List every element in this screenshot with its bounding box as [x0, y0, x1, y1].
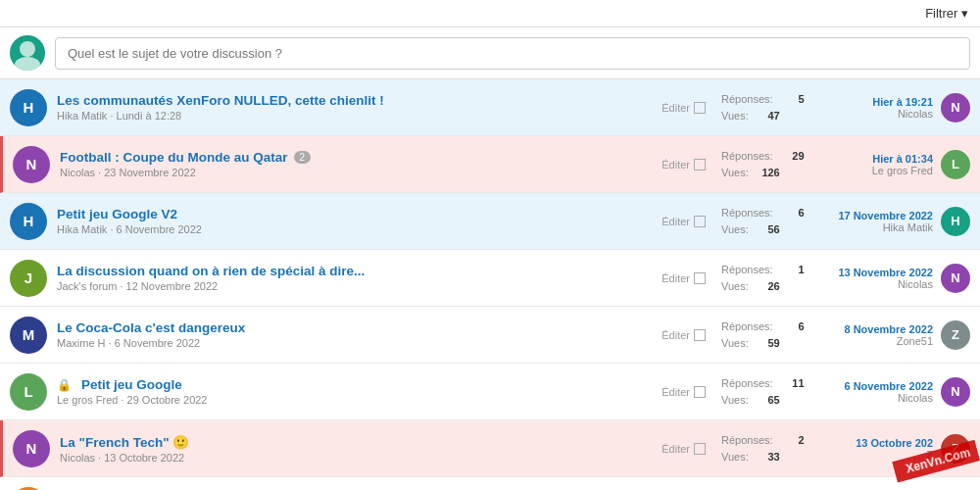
edit-checkbox[interactable] — [694, 329, 706, 341]
thread-edit[interactable]: Éditer — [662, 216, 706, 227]
edit-checkbox[interactable] — [694, 216, 706, 227]
filter-button[interactable]: Filtrer ▾ — [925, 6, 968, 21]
thread-row: HPetit jeu Google V2Hika Matik · 6 Novem… — [0, 193, 980, 250]
views-value: 56 — [753, 221, 780, 238]
thread-main: Football : Coupe du Monde au Qatar2Nicol… — [60, 150, 662, 178]
thread-edit[interactable]: Éditer — [662, 329, 706, 341]
replies-value: 29 — [777, 148, 805, 165]
replies-label: Réponses: — [721, 205, 773, 221]
new-discussion-input[interactable] — [55, 37, 970, 70]
replies-value: 2 — [777, 432, 805, 449]
replies-label: Réponses: — [721, 432, 773, 449]
last-date[interactable]: Hier à 01:34 — [825, 153, 933, 165]
last-user: Nicolas — [825, 392, 933, 404]
replies-value: 11 — [777, 375, 805, 392]
views-label: Vues: — [721, 221, 749, 238]
thread-title[interactable]: Football : Coupe du Monde au Qatar2 — [60, 150, 662, 165]
edit-label: Éditer — [662, 272, 690, 284]
thread-meta: Le gros Fred · 29 Octobre 2022 — [57, 394, 662, 406]
thread-title-text[interactable]: La discussion quand on à rien de spécial… — [57, 264, 365, 278]
thread-meta: Nicolas · 23 Novembre 2022 — [60, 167, 662, 178]
thread-title-text[interactable]: Petit jeu Google — [81, 377, 182, 392]
views-value: 33 — [753, 449, 780, 466]
last-date[interactable]: 13 Octobre 202 — [825, 437, 933, 449]
thread-last-group: 8 Novembre 2022 Zone51 Z — [825, 320, 970, 350]
last-date[interactable]: 8 Novembre 2022 — [825, 323, 933, 335]
thread-edit[interactable]: Éditer — [662, 443, 706, 455]
thread-stats: Réponses:5 Vues:47 — [721, 91, 809, 123]
thread-title-text[interactable]: La "French Tech" 🙂 — [60, 434, 189, 450]
edit-label: Éditer — [662, 159, 690, 171]
thread-row: L🔒Petit jeu GoogleLe gros Fred · 29 Octo… — [0, 364, 980, 420]
thread-last: Hier à 01:34 Le gros Fred — [825, 153, 933, 176]
thread-edit[interactable]: Éditer — [662, 102, 706, 114]
last-avatar: H — [941, 207, 970, 236]
views-label: Vues: — [721, 335, 749, 352]
thread-main: La "French Tech" 🙂Nicolas · 13 Octobre 2… — [60, 434, 662, 464]
thread-meta: Hika Matik · Lundi à 12:28 — [57, 110, 662, 122]
thread-edit[interactable]: Éditer — [662, 386, 706, 398]
edit-checkbox[interactable] — [694, 102, 706, 114]
thread-title[interactable]: La discussion quand on à rien de spécial… — [57, 264, 662, 278]
new-discussion-avatar — [10, 35, 45, 71]
last-date[interactable]: 17 Novembre 2022 — [825, 210, 933, 221]
replies-label: Réponses: — [721, 148, 773, 165]
thread-meta: Hika Matik · 6 Novembre 2022 — [57, 223, 662, 235]
thread-last-group: Hier à 01:34 Le gros Fred L — [825, 150, 970, 179]
replies-label: Réponses: — [721, 375, 773, 392]
views-value: 59 — [753, 335, 780, 352]
edit-checkbox[interactable] — [694, 272, 706, 284]
replies-label: Réponses: — [721, 91, 773, 108]
edit-label: Éditer — [662, 216, 690, 227]
thread-title-text[interactable]: Le Coca-Cola c'est dangereux — [57, 320, 245, 335]
thread-title[interactable]: La "French Tech" 🙂 — [60, 434, 662, 450]
thread-stats: Réponses:1 Vues:26 — [721, 262, 809, 294]
thread-title[interactable]: Petit jeu Google V2 — [57, 207, 662, 221]
thread-avatar: H — [10, 203, 47, 240]
thread-stats: Réponses:2 Vues:33 — [721, 432, 809, 465]
thread-row: HLes communautés XenForo NULLED, cette c… — [0, 79, 980, 136]
edit-label: Éditer — [662, 386, 690, 398]
thread-last: 17 Novembre 2022 Hika Matik — [825, 210, 933, 233]
last-user: Hika Matik — [825, 221, 933, 233]
thread-title[interactable]: Le Coca-Cola c'est dangereux — [57, 320, 662, 335]
edit-label: Éditer — [662, 443, 690, 455]
thread-row: OLe site : C'est de gauche ou de droite … — [0, 477, 980, 490]
thread-stats: Réponses:6 Vues:56 — [721, 205, 809, 237]
svg-point-1 — [15, 57, 40, 71]
last-date[interactable]: 13 Novembre 2022 — [825, 267, 933, 278]
thread-avatar: H — [10, 89, 47, 126]
thread-row: MLe Coca-Cola c'est dangereuxMaxime H · … — [0, 307, 980, 364]
thread-title-text[interactable]: Petit jeu Google V2 — [57, 207, 177, 221]
thread-meta: Maxime H · 6 Novembre 2022 — [57, 337, 662, 349]
thread-avatar: N — [13, 430, 50, 467]
thread-stats: Réponses:29 Vues:126 — [721, 148, 809, 180]
thread-title-text[interactable]: Les communautés XenForo NULLED, cette ch… — [57, 93, 384, 108]
thread-last: 6 Novembre 2022 Nicolas — [825, 380, 933, 404]
last-date[interactable]: Hier à 19:21 — [825, 96, 933, 108]
views-label: Vues: — [721, 449, 749, 466]
last-avatar: N — [941, 264, 970, 293]
thread-title[interactable]: 🔒Petit jeu Google — [57, 377, 662, 392]
thread-avatar: L — [10, 373, 47, 411]
thread-stats: Réponses:6 Vues:59 — [721, 318, 809, 351]
last-date[interactable]: 6 Novembre 2022 — [825, 380, 933, 392]
thread-title[interactable]: Les communautés XenForo NULLED, cette ch… — [57, 93, 662, 108]
thread-last: 13 Novembre 2022 Nicolas — [825, 267, 933, 290]
thread-meta: Jack's forum · 12 Novembre 2022 — [57, 280, 662, 292]
edit-checkbox[interactable] — [694, 386, 706, 398]
views-value: 47 — [753, 108, 780, 124]
thread-edit[interactable]: Éditer — [662, 272, 706, 284]
thread-last-group: Hier à 19:21 Nicolas N — [825, 93, 970, 122]
edit-label: Éditer — [662, 329, 690, 341]
last-avatar: N — [941, 377, 970, 407]
thread-edit[interactable]: Éditer — [662, 159, 706, 171]
thread-main: Les communautés XenForo NULLED, cette ch… — [57, 93, 662, 122]
edit-checkbox[interactable] — [694, 443, 706, 455]
thread-main: Le Coca-Cola c'est dangereuxMaxime H · 6… — [57, 320, 662, 349]
last-user: Nicolas — [825, 278, 933, 290]
edit-checkbox[interactable] — [694, 159, 706, 171]
thread-main: Petit jeu Google V2Hika Matik · 6 Novemb… — [57, 207, 662, 235]
thread-title-text[interactable]: Football : Coupe du Monde au Qatar — [60, 150, 288, 165]
replies-label: Réponses: — [721, 262, 773, 278]
